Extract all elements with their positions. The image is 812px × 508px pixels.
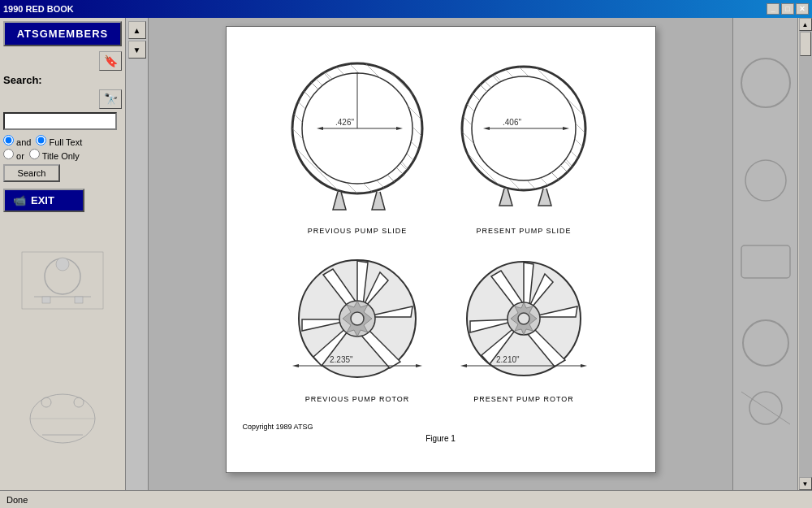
svg-marker-62	[483, 127, 490, 130]
svg-line-25	[357, 55, 430, 128]
nav-strip: ▲ ▼	[126, 18, 149, 490]
previous-pump-rotor-label: PREVIOUS PUMP ROTOR	[305, 395, 410, 403]
title-bar-controls: _ □ ✕	[767, 3, 809, 15]
svg-rect-3	[42, 297, 50, 303]
svg-marker-36	[317, 127, 323, 130]
svg-marker-63	[563, 127, 569, 130]
main-content: .426" PREVIOUS PUMP SLIDE	[149, 18, 732, 490]
svg-line-83	[741, 392, 790, 424]
svg-line-57	[556, 55, 597, 96]
svg-rect-81	[741, 245, 790, 278]
svg-line-32	[284, 185, 309, 210]
close-btn[interactable]: ✕	[796, 3, 809, 15]
exit-button[interactable]: 📹 EXIT	[3, 189, 84, 212]
svg-marker-69	[292, 364, 299, 367]
radio-row-1: and Full Text	[3, 135, 122, 147]
radio-or[interactable]	[3, 149, 14, 159]
radio-titleonly[interactable]	[29, 149, 40, 159]
svg-point-9	[74, 397, 84, 407]
search-button[interactable]: Search	[3, 164, 60, 182]
radio-fulltext[interactable]	[36, 135, 46, 145]
previous-pump-slide-svg: .426"	[283, 43, 433, 222]
status-text: Done	[6, 495, 28, 505]
exit-label: EXIT	[31, 194, 54, 206]
radio-fulltext-label: Full Text	[36, 135, 82, 147]
svg-line-27	[374, 55, 430, 112]
svg-line-48	[451, 88, 564, 202]
svg-line-47	[483, 63, 597, 177]
present-pump-slide-label: PRESENT PUMP SLIDE	[476, 227, 571, 235]
svg-point-74	[518, 313, 529, 324]
present-pump-slide-svg: .406"	[449, 43, 599, 222]
svg-marker-76	[460, 364, 467, 367]
pump-rotors-row: 2.235" PREVIOUS PUMP ROTOR	[283, 248, 599, 403]
scroll-track[interactable]	[799, 31, 812, 477]
svg-point-79	[741, 59, 790, 107]
nav-up-btn[interactable]: ▲	[128, 21, 146, 39]
present-pump-rotor-item: 2.210" PRESENT PUMP ROTOR	[449, 248, 599, 403]
svg-point-82	[743, 320, 788, 366]
scroll-up-btn[interactable]: ▲	[799, 18, 812, 31]
svg-line-51	[508, 55, 597, 145]
radio-titleonly-label: Title Only	[29, 149, 80, 161]
right-decorative-svg	[733, 18, 797, 473]
exit-icon: 📹	[13, 194, 26, 206]
search-input[interactable]	[3, 112, 117, 130]
search-label: Search:	[3, 74, 122, 86]
window-title: 1990 RED BOOK	[3, 4, 74, 14]
binoculars-icon-btn[interactable]: 🔭	[99, 89, 122, 109]
previous-pump-rotor-svg: 2.235"	[283, 248, 433, 390]
svg-line-52	[451, 120, 540, 210]
svg-line-46	[459, 80, 572, 193]
copyright-text: Copyright 1989 ATSG	[243, 423, 313, 431]
sidebar: ATSGMEMBERS 🔖 Search: 🔭 and Ful	[0, 18, 126, 490]
svg-marker-70	[416, 364, 422, 367]
previous-pump-slide-label: PREVIOUS PUMP SLIDE	[308, 227, 407, 235]
sidebar-image-top	[18, 248, 107, 313]
svg-line-54	[451, 137, 524, 210]
figure-caption: Figure 1	[425, 434, 456, 443]
radio-and-label: and	[3, 135, 31, 147]
pump-slides-row: .426" PREVIOUS PUMP SLIDE	[283, 43, 599, 235]
app-body: ATSGMEMBERS 🔖 Search: 🔭 and Ful	[0, 18, 812, 508]
svg-line-43	[451, 72, 581, 202]
svg-line-60	[451, 185, 475, 210]
maximize-btn[interactable]: □	[781, 3, 794, 15]
bookmark-icon-btn[interactable]: 🔖	[99, 51, 122, 71]
svg-line-59	[572, 55, 597, 80]
svg-line-31	[406, 55, 430, 80]
svg-line-20	[284, 88, 398, 202]
svg-marker-37	[396, 127, 403, 130]
figure-container: .426" PREVIOUS PUMP SLIDE	[243, 43, 639, 431]
svg-text:.426": .426"	[335, 118, 354, 127]
sidebar-image-bottom	[18, 378, 107, 451]
radio-row-2: or Title Only	[3, 149, 122, 161]
svg-rect-4	[75, 297, 83, 303]
radio-or-label: or	[3, 149, 24, 161]
svg-line-56	[451, 153, 508, 210]
svg-point-8	[41, 397, 51, 407]
document-page: .426" PREVIOUS PUMP SLIDE	[226, 26, 656, 473]
present-pump-slide-item: .406" PRESENT PUMP SLIDE	[449, 43, 599, 235]
previous-pump-rotor-item: 2.235" PREVIOUS PUMP ROTOR	[283, 248, 433, 403]
previous-pump-slide-item: .426" PREVIOUS PUMP SLIDE	[283, 43, 433, 235]
status-bar: Done	[0, 490, 812, 508]
radio-group: and Full Text or Title Only	[3, 135, 122, 161]
scroll-thumb[interactable]	[800, 32, 811, 56]
minimize-btn[interactable]: _	[767, 3, 780, 15]
scroll-down-btn[interactable]: ▼	[799, 477, 812, 490]
present-pump-rotor-label: PRESENT PUMP ROTOR	[473, 395, 574, 403]
scrollbar: ▲ ▼	[797, 18, 812, 490]
nav-down-btn[interactable]: ▼	[128, 41, 146, 59]
svg-line-18	[292, 80, 406, 193]
svg-point-5	[56, 258, 69, 271]
svg-point-67	[351, 312, 364, 325]
radio-and[interactable]	[3, 135, 14, 145]
title-bar: 1990 RED BOOK _ □ ✕	[0, 0, 812, 18]
svg-line-55	[540, 55, 597, 112]
svg-line-24	[284, 120, 374, 210]
present-pump-rotor-svg: 2.210"	[449, 248, 599, 390]
svg-line-19	[317, 63, 430, 177]
atsg-members-button[interactable]: ATSGMEMBERS	[3, 21, 122, 46]
svg-text:2.210": 2.210"	[496, 355, 520, 364]
